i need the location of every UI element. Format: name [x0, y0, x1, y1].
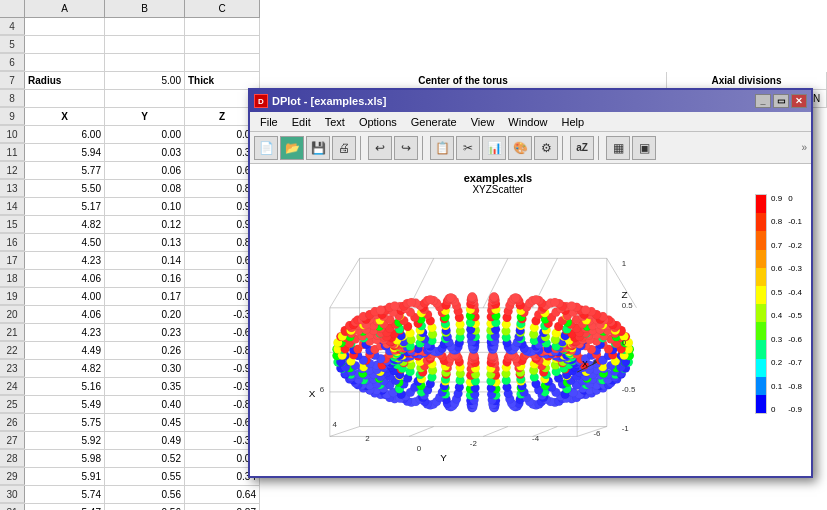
row-30: 305.740.560.64 — [0, 486, 260, 504]
svg-text:0: 0 — [417, 444, 422, 453]
svg-text:-0.5: -0.5 — [622, 385, 636, 394]
dplot-toolbar: 📄 📂 💾 🖨 ↩ ↪ 📋 ✂ 📊 🎨 ⚙ aZ ▦ ▣ » — [250, 132, 811, 164]
svg-line-11 — [577, 427, 607, 437]
center-torus-label: Center of the torus — [260, 72, 667, 89]
row-22: 224.490.26-0.87 — [0, 342, 260, 360]
svg-text:2: 2 — [365, 434, 369, 443]
svg-text:6: 6 — [320, 385, 325, 394]
svg-text:0.5: 0.5 — [622, 301, 634, 310]
colorbar-left-labels: 0.9 0.8 0.7 0.6 0.5 0.4 0.3 0.2 0.1 0 — [771, 194, 782, 414]
dplot-menubar: File Edit Text Options Generate View Win… — [250, 112, 811, 132]
colorbar-right-labels: 0 -0.1 -0.2 -0.3 -0.4 -0.5 -0.6 -0.7 -0.… — [788, 194, 802, 414]
toolbar-color[interactable]: 🎨 — [508, 136, 532, 160]
col-a-header: A — [25, 0, 105, 17]
svg-line-1 — [330, 258, 360, 307]
row-24: 245.160.35-0.98 — [0, 378, 260, 396]
chart-title: examples.xls — [464, 172, 533, 184]
toolbar-copy[interactable]: 📋 — [430, 136, 454, 160]
row-5: 5 — [0, 36, 260, 54]
toolbar-sep-2 — [422, 136, 426, 160]
svg-point-821 — [581, 306, 590, 315]
svg-text:Y: Y — [440, 452, 447, 463]
menu-text[interactable]: Text — [319, 114, 351, 130]
toolbar-expand[interactable]: » — [801, 142, 807, 153]
thick-label: Thick — [185, 72, 260, 89]
svg-text:-6: -6 — [593, 429, 601, 438]
svg-line-15 — [409, 427, 434, 437]
row-14: 145.170.100.98 — [0, 198, 260, 216]
menu-options[interactable]: Options — [353, 114, 403, 130]
dplot-window: D DPlot - [examples.xls] _ ▭ ✕ File Edit… — [248, 88, 813, 478]
svg-text:-1: -1 — [622, 424, 630, 433]
menu-window[interactable]: Window — [502, 114, 553, 130]
svg-text:1: 1 — [622, 259, 627, 268]
chart-subtitle: XYZScatter — [472, 184, 523, 195]
row-13: 135.500.080.87 — [0, 180, 260, 198]
row-31: 315.470.560.87 — [0, 504, 260, 510]
toolbar-grid1[interactable]: ▦ — [606, 136, 630, 160]
row-15: 154.820.120.98 — [0, 216, 260, 234]
svg-text:Z: Z — [622, 289, 628, 300]
row-9: 9 X Y Z — [0, 108, 260, 126]
svg-text:-2: -2 — [470, 439, 477, 448]
row-12: 125.770.060.64 — [0, 162, 260, 180]
toolbar-redo[interactable]: ↪ — [394, 136, 418, 160]
toolbar-undo[interactable]: ↩ — [368, 136, 392, 160]
row-4: 4 — [0, 18, 260, 36]
toolbar-new[interactable]: 📄 — [254, 136, 278, 160]
toolbar-save[interactable]: 💾 — [306, 136, 330, 160]
svg-point-872 — [426, 295, 435, 304]
close-button[interactable]: ✕ — [791, 94, 807, 108]
toolbar-cut[interactable]: ✂ — [456, 136, 480, 160]
row-25: 255.490.40-0.87 — [0, 396, 260, 414]
colorbar-area: 0.9 0.8 0.7 0.6 0.5 0.4 0.3 0.2 0.1 0 0 — [746, 164, 811, 476]
dplot-titlebar[interactable]: D DPlot - [examples.xls] _ ▭ ✕ — [250, 90, 811, 112]
row-26: 265.750.45-0.64 — [0, 414, 260, 432]
menu-view[interactable]: View — [465, 114, 501, 130]
svg-point-880 — [446, 293, 455, 302]
row-17: 174.230.140.64 — [0, 252, 260, 270]
menu-edit[interactable]: Edit — [286, 114, 317, 130]
row-11: 115.940.030.34 — [0, 144, 260, 162]
row-18: 184.060.160.34 — [0, 270, 260, 288]
toolbar-open[interactable]: 📂 — [280, 136, 304, 160]
radius-val: 5.00 — [105, 72, 185, 89]
toolbar-grid2[interactable]: ▣ — [632, 136, 656, 160]
colorbar-gradient — [755, 194, 767, 414]
row-27: 275.920.49-0.34 — [0, 432, 260, 450]
row-10: 106.000.000.00 — [0, 126, 260, 144]
svg-text:4: 4 — [333, 420, 338, 429]
chart-area: examples.xls XYZScatter — [250, 164, 746, 476]
row-num-header — [0, 0, 25, 17]
svg-point-839 — [567, 301, 576, 310]
dplot-content: examples.xls XYZScatter — [250, 164, 811, 476]
svg-point-885 — [490, 292, 499, 301]
dplot-title-text: DPlot - [examples.xls] — [272, 95, 386, 107]
svg-point-838 — [390, 301, 399, 310]
menu-file[interactable]: File — [254, 114, 284, 130]
row-29: 295.910.550.34 — [0, 468, 260, 486]
svg-point-873 — [532, 295, 541, 304]
toolbar-font[interactable]: aZ — [570, 136, 594, 160]
menu-generate[interactable]: Generate — [405, 114, 463, 130]
svg-text:-4: -4 — [532, 434, 540, 443]
minimize-button[interactable]: _ — [755, 94, 771, 108]
svg-text:0: 0 — [622, 338, 627, 347]
menu-help[interactable]: Help — [555, 114, 590, 130]
svg-line-16 — [483, 427, 508, 437]
toolbar-settings[interactable]: ⚙ — [534, 136, 558, 160]
axial-div-header: Axial divisions — [667, 72, 827, 89]
torus-chart: Y X Z -6 -4 -2 0 2 4 6 -1 -0.5 0 0.5 1 X — [288, 199, 708, 476]
col-c-header: C — [185, 0, 260, 17]
svg-point-859 — [550, 298, 559, 307]
toolbar-sep-3 — [562, 136, 566, 160]
toolbar-paste[interactable]: 📊 — [482, 136, 506, 160]
row-21: 214.230.23-0.64 — [0, 324, 260, 342]
svg-text:X: X — [309, 388, 316, 399]
row-19: 194.000.170.00 — [0, 288, 260, 306]
restore-button[interactable]: ▭ — [773, 94, 789, 108]
toolbar-print[interactable]: 🖨 — [332, 136, 356, 160]
y-header: Y — [105, 108, 185, 125]
row-7: 7 Radius 5.00 Thick — [0, 72, 260, 90]
toolbar-sep-4 — [598, 136, 602, 160]
